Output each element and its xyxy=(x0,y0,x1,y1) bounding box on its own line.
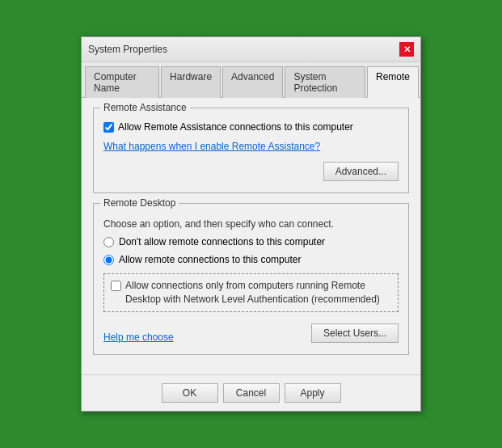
window-title: System Properties xyxy=(88,44,167,55)
radio-dont-allow-label: Don't allow remote connections to this c… xyxy=(119,236,325,247)
close-button[interactable]: ✕ xyxy=(399,42,414,57)
allow-remote-assistance-text: Allow Remote Assistance connections to t… xyxy=(118,121,353,133)
tab-computer-name[interactable]: Computer Name xyxy=(85,66,159,98)
tab-system-protection[interactable]: System Protection xyxy=(285,66,365,98)
footer: OK Cancel Apply xyxy=(82,374,420,411)
radio-dont-allow-row: Don't allow remote connections to this c… xyxy=(103,236,399,247)
apply-button[interactable]: Apply xyxy=(285,383,341,403)
select-users-button[interactable]: Select Users... xyxy=(311,323,399,343)
help-me-choose-link[interactable]: Help me choose xyxy=(103,332,174,343)
cancel-button[interactable]: Cancel xyxy=(223,383,280,403)
remote-desktop-group: Remote Desktop Choose an option, and the… xyxy=(93,203,409,355)
radio-dont-allow[interactable] xyxy=(103,237,114,247)
tab-content: Remote Assistance Allow Remote Assistanc… xyxy=(82,98,420,374)
remote-desktop-description: Choose an option, and then specify who c… xyxy=(103,218,399,230)
system-properties-dialog: System Properties ✕ Computer Name Hardwa… xyxy=(81,36,421,412)
tabs-container: Computer Name Hardware Advanced System P… xyxy=(82,62,420,98)
tab-hardware[interactable]: Hardware xyxy=(161,66,221,98)
network-level-auth-box: Allow connections only from computers ru… xyxy=(103,273,399,312)
allow-remote-assistance-checkbox[interactable] xyxy=(103,122,114,133)
remote-desktop-label: Remote Desktop xyxy=(100,197,179,209)
remote-assistance-group: Remote Assistance Allow Remote Assistanc… xyxy=(93,108,409,193)
title-bar: System Properties ✕ xyxy=(82,37,420,62)
remote-assistance-label: Remote Assistance xyxy=(100,102,190,113)
bottom-bar: Help me choose Select Users... xyxy=(103,323,399,343)
nla-checkbox[interactable] xyxy=(111,281,121,291)
radio-allow-row: Allow remote connections to this compute… xyxy=(103,254,399,265)
title-bar-controls: ✕ xyxy=(399,42,414,57)
radio-allow-label: Allow remote connections to this compute… xyxy=(119,254,301,265)
nla-checkbox-label: Allow connections only from computers ru… xyxy=(125,279,391,306)
ok-button[interactable]: OK xyxy=(162,383,218,403)
tab-advanced[interactable]: Advanced xyxy=(222,66,283,98)
radio-allow[interactable] xyxy=(103,255,114,265)
advanced-btn-row: Advanced... xyxy=(103,162,399,181)
remote-assistance-link[interactable]: What happens when I enable Remote Assist… xyxy=(103,141,320,152)
allow-remote-assistance-row: Allow Remote Assistance connections to t… xyxy=(103,121,399,133)
advanced-button[interactable]: Advanced... xyxy=(323,162,399,181)
tab-remote[interactable]: Remote xyxy=(367,66,419,98)
